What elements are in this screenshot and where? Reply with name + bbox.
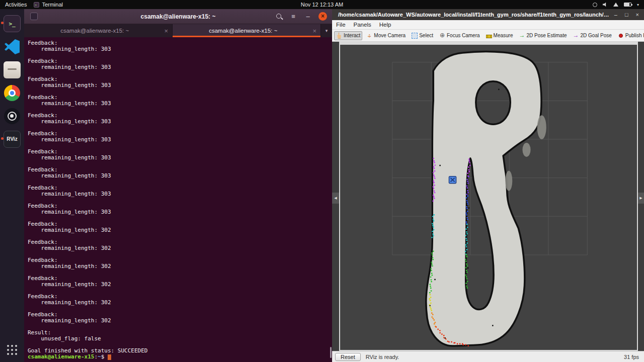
rviz-titlebar[interactable]: /home/csamak/Autoware_WS/autoware_local/… bbox=[332, 9, 644, 20]
tray-icon[interactable] bbox=[593, 3, 597, 7]
terminal-line bbox=[28, 251, 332, 257]
app-menu[interactable]: > Terminal bbox=[34, 2, 63, 8]
rviz-statusbar: Reset RViz is ready. 31 fps bbox=[332, 351, 644, 362]
terminal-tab-1[interactable]: csamak@alienware-x15: ~ × bbox=[24, 24, 173, 37]
dock-item-chrome[interactable] bbox=[0, 81, 24, 105]
terminal-line bbox=[28, 233, 332, 239]
show-applications-button[interactable] bbox=[0, 340, 24, 360]
terminal-line: remaining_length: 303 bbox=[28, 46, 332, 52]
tool-move-camera[interactable]: Move Camera bbox=[364, 31, 408, 40]
terminal-line bbox=[28, 70, 332, 76]
search-icon[interactable] bbox=[276, 13, 283, 20]
terminal-line: remaining_length: 303 bbox=[28, 191, 332, 197]
tab-list-chevron-icon[interactable]: ▾ bbox=[321, 24, 332, 37]
rviz-menubar: File Panels Help bbox=[332, 20, 644, 30]
menu-icon[interactable]: ≡ bbox=[289, 13, 297, 21]
tool-label: 2D Pose Estimate bbox=[526, 33, 567, 38]
vscode-icon bbox=[5, 39, 20, 54]
tool-focus-camera[interactable]: Focus Camera bbox=[437, 31, 482, 40]
close-button[interactable]: × bbox=[318, 12, 327, 21]
tool-measure[interactable]: Measure bbox=[484, 31, 515, 40]
gnome-top-bar: Activities > Terminal Nov 12 12:13 AM ▾ bbox=[0, 0, 644, 9]
terminal-line: remaining_length: 303 bbox=[28, 101, 332, 107]
rviz-toolbar: InteractMove CameraSelectFocus CameraMea… bbox=[332, 30, 644, 42]
tool-interact[interactable]: Interact bbox=[334, 31, 362, 40]
minimize-button[interactable]: – bbox=[614, 12, 617, 18]
clock[interactable]: Nov 12 12:13 AM bbox=[0, 2, 644, 8]
expand-left-panel-button[interactable]: ◀ bbox=[332, 193, 339, 204]
dock-item-terminal[interactable]: >_ bbox=[0, 12, 24, 35]
tool-select[interactable]: Select bbox=[410, 31, 435, 40]
volume-icon[interactable] bbox=[603, 2, 608, 7]
terminal-line: remaining_length: 302 bbox=[28, 318, 332, 324]
close-button[interactable]: × bbox=[636, 12, 639, 18]
maximize-button[interactable]: □ bbox=[625, 12, 628, 18]
terminal-tab-2[interactable]: csamak@alienware-x15: ~ × bbox=[173, 24, 321, 37]
status-message: RViz is ready. bbox=[366, 354, 399, 360]
tool-label: Focus Camera bbox=[447, 33, 480, 38]
terminal-line: remaining_length: 302 bbox=[28, 282, 332, 288]
terminal-line bbox=[28, 288, 332, 294]
terminal-line: remaining_length: 302 bbox=[28, 263, 332, 269]
tool-label: Select bbox=[419, 33, 433, 38]
tab-close-icon[interactable]: × bbox=[312, 28, 316, 34]
rviz-center: ◀ ▶ bbox=[332, 42, 644, 351]
terminal-line bbox=[28, 269, 332, 276]
terminal-line bbox=[28, 324, 332, 330]
menu-panels[interactable]: Panels bbox=[350, 22, 375, 28]
rviz-title: /home/csamak/Autoware_WS/autoware_local/… bbox=[332, 12, 609, 18]
point-icon bbox=[619, 34, 623, 38]
menu-help[interactable]: Help bbox=[375, 22, 395, 28]
chrome-icon bbox=[4, 85, 20, 101]
network-icon[interactable] bbox=[613, 3, 618, 7]
terminal-output[interactable]: Feedback: remaining_length: 303 Feedback… bbox=[24, 37, 332, 362]
reset-button[interactable]: Reset bbox=[335, 353, 361, 361]
dock-item-vscode[interactable] bbox=[0, 35, 24, 58]
dock-item-files[interactable] bbox=[0, 58, 24, 81]
select-icon bbox=[412, 33, 418, 39]
tool-label: Publish Point bbox=[625, 33, 644, 38]
running-indicator bbox=[1, 22, 4, 24]
tool-publish-point[interactable]: Publish Point bbox=[616, 31, 644, 40]
files-icon bbox=[4, 61, 21, 78]
dock-item-rviz[interactable]: RViz bbox=[0, 128, 24, 151]
terminal-prompt[interactable]: csamak@alienware-x15:~$ bbox=[28, 354, 332, 360]
terminal-line bbox=[28, 215, 332, 221]
hand-icon bbox=[336, 33, 342, 39]
terminal-line: remaining_length: 303 bbox=[28, 64, 332, 70]
terminal-line bbox=[28, 306, 332, 312]
terminal-line: unused_flag: false bbox=[28, 336, 332, 342]
battery-icon[interactable] bbox=[624, 3, 631, 7]
terminal-line bbox=[28, 88, 332, 95]
menu-file[interactable]: File bbox=[332, 22, 350, 28]
dock-item-obs[interactable] bbox=[0, 105, 24, 128]
terminal-titlebar[interactable]: csamak@alienware-x15: ~ ≡ – × bbox=[24, 9, 332, 24]
terminal-line: remaining_length: 303 bbox=[28, 155, 332, 161]
terminal-line bbox=[28, 143, 332, 149]
collapsed-displays-panel: ◀ bbox=[332, 42, 339, 351]
terminal-line: remaining_length: 302 bbox=[28, 245, 332, 251]
terminal-scrollbar-thumb[interactable] bbox=[330, 347, 332, 358]
dock: >_ RViz bbox=[0, 9, 24, 362]
activities-button[interactable]: Activities bbox=[5, 2, 27, 8]
terminal-cursor bbox=[108, 354, 111, 360]
terminal-line: remaining_length: 303 bbox=[28, 209, 332, 215]
tool-label: 2D Goal Pose bbox=[581, 33, 612, 38]
expand-right-panel-button[interactable]: ▶ bbox=[638, 193, 644, 204]
measure-icon bbox=[486, 35, 492, 38]
terminal-line bbox=[28, 107, 332, 113]
terminal-icon: >_ bbox=[4, 15, 21, 32]
robot-marker[interactable] bbox=[449, 176, 456, 184]
terminal-line bbox=[28, 179, 332, 185]
tool-2d-pose-estimate[interactable]: 2D Pose Estimate bbox=[517, 31, 569, 40]
terminal-window: csamak@alienware-x15: ~ ≡ – × csamak@ali… bbox=[24, 9, 332, 362]
rviz-window: /home/csamak/Autoware_WS/autoware_local/… bbox=[332, 9, 644, 362]
terminal-line bbox=[28, 52, 332, 58]
render-view-frame bbox=[339, 42, 638, 351]
minimize-button[interactable]: – bbox=[304, 13, 312, 21]
system-menu-chevron-icon[interactable]: ▾ bbox=[637, 3, 639, 7]
tab-close-icon[interactable]: × bbox=[164, 28, 168, 34]
tool-2d-goal-pose[interactable]: 2D Goal Pose bbox=[571, 31, 614, 40]
terminal-line: remaining_length: 303 bbox=[28, 82, 332, 88]
map-canvas[interactable] bbox=[340, 45, 637, 350]
